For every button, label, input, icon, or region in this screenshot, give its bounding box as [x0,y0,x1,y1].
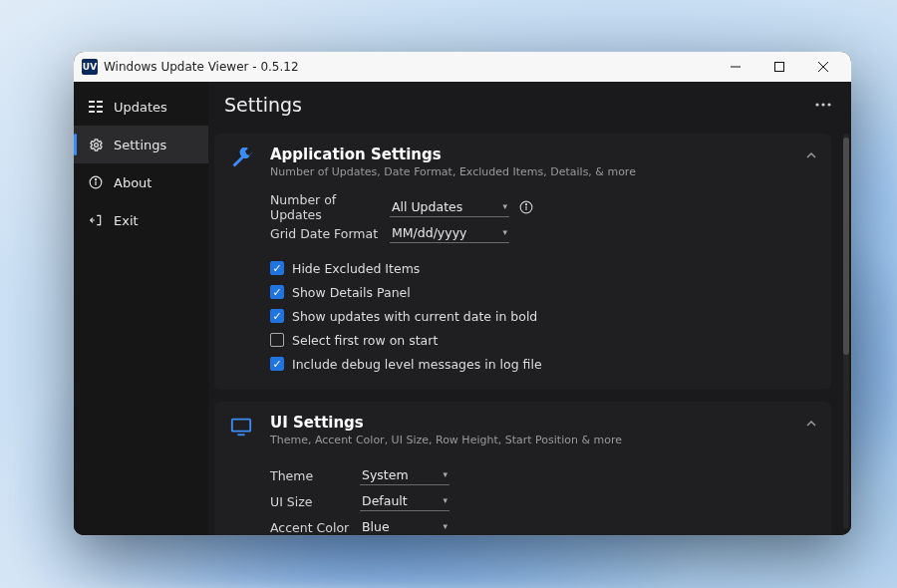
svg-point-13 [827,103,830,106]
collapse-button[interactable] [805,418,817,430]
section-application-settings: Application Settings Number of Updates, … [214,134,831,390]
section-title: UI Settings [270,414,622,432]
svg-point-11 [815,103,818,106]
wrench-icon [230,146,258,171]
checkbox-label: Select first row on start [292,333,438,348]
checkbox-icon: ✓ [270,309,284,323]
theme-select[interactable]: System ▾ [360,466,449,485]
app-window: UV Windows Update Viewer - 0.5.12 Update… [74,52,851,535]
svg-rect-6 [97,111,103,113]
number-of-updates-select[interactable]: All Updates ▾ [390,198,509,217]
checkbox-row[interactable]: ✓Include debug level messages in log fil… [270,352,815,376]
sidebar-item-label: About [114,175,151,190]
sidebar-item-about[interactable]: About [74,163,208,201]
close-button[interactable] [801,52,845,82]
field-label: Number of Updates [270,192,390,222]
info-icon[interactable] [519,200,533,214]
checkbox-icon: ✓ [270,261,284,275]
checkbox-row[interactable]: ✓Show Details Panel [270,280,815,304]
select-value: System [362,467,409,482]
exit-icon [88,212,104,228]
page-title: Settings [224,94,302,116]
sidebar-item-exit[interactable]: Exit [74,201,208,239]
monitor-icon [230,414,258,438]
chevron-down-icon: ▾ [443,495,448,505]
settings-content: Application Settings Number of Updates, … [208,128,851,535]
svg-point-16 [525,204,526,205]
sidebar-item-label: Exit [114,213,139,228]
gear-icon [88,137,104,152]
app-icon: UV [82,59,98,75]
svg-rect-5 [89,111,95,113]
select-value: All Updates [392,199,462,214]
svg-rect-2 [97,101,103,103]
chevron-down-icon: ▾ [502,201,507,211]
sidebar: Updates Settings About Exit [74,82,208,535]
collapse-button[interactable] [805,149,817,161]
scrollbar-thumb[interactable] [843,138,849,355]
sidebar-item-label: Settings [114,138,166,152]
checkbox-label: Show updates with current date in bold [292,309,537,324]
updates-icon [88,99,104,115]
date-format-select[interactable]: MM/dd/yyyy ▾ [390,224,509,243]
svg-rect-17 [232,420,250,432]
titlebar[interactable]: UV Windows Update Viewer - 0.5.12 [74,52,851,82]
section-subtitle: Number of Updates, Date Format, Excluded… [270,165,636,178]
svg-rect-4 [97,106,103,108]
checkbox-icon: ✓ [270,285,284,299]
sidebar-item-settings[interactable]: Settings [74,126,208,163]
sidebar-item-updates[interactable]: Updates [74,88,208,126]
select-value: Default [362,493,408,508]
window-title: Windows Update Viewer - 0.5.12 [104,60,299,74]
sidebar-item-label: Updates [114,100,167,115]
svg-rect-3 [89,106,95,108]
more-button[interactable] [811,99,835,111]
info-icon [88,174,104,190]
checkbox-icon: ✓ [270,357,284,371]
checkbox-row[interactable]: ✓Hide Excluded Items [270,256,815,280]
checkbox-label: Include debug level messages in log file [292,357,542,372]
chevron-down-icon: ▾ [502,227,507,237]
checkbox-row[interactable]: ✓Show updates with current date in bold [270,304,815,328]
section-title: Application Settings [270,146,636,163]
chevron-down-icon: ▾ [443,521,448,531]
svg-point-10 [95,179,96,180]
field-label: Theme [270,468,360,483]
select-value: MM/dd/yyyy [392,225,466,240]
select-value: Blue [362,519,390,534]
svg-point-7 [94,143,98,147]
svg-rect-0 [775,63,784,72]
vertical-scrollbar[interactable] [843,134,849,529]
checkbox-row[interactable]: Select first row on start [270,328,815,352]
chevron-down-icon: ▾ [443,469,448,479]
section-ui-settings: UI Settings Theme, Accent Color, UI Size… [214,402,831,535]
svg-rect-1 [89,101,95,103]
checkbox-icon [270,333,284,347]
section-subtitle: Theme, Accent Color, UI Size, Row Height… [270,434,622,446]
checkbox-label: Show Details Panel [292,285,411,300]
field-label: Accent Color [270,520,360,535]
field-label: Grid Date Format [270,226,390,241]
maximize-button[interactable] [757,52,801,82]
ui-size-select[interactable]: Default ▾ [360,492,449,511]
checkbox-label: Hide Excluded Items [292,261,420,276]
field-label: UI Size [270,494,360,509]
svg-point-12 [821,103,824,106]
minimize-button[interactable] [714,52,757,82]
accent-color-select[interactable]: Blue ▾ [360,518,449,536]
